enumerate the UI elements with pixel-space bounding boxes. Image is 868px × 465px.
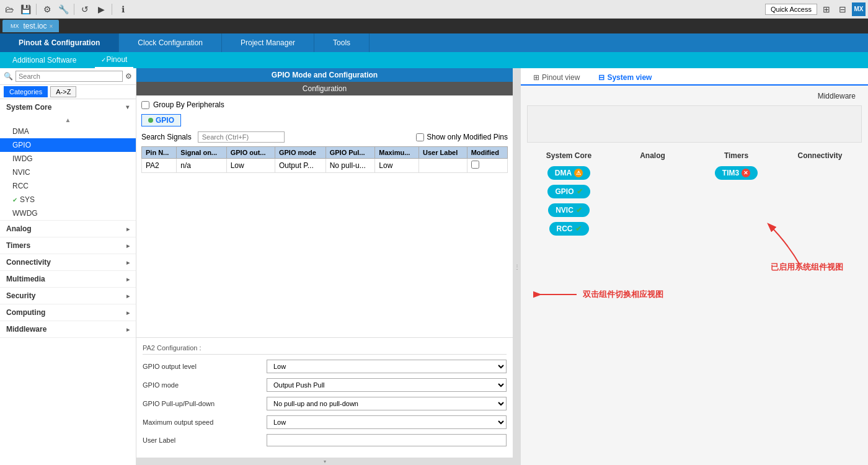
gpio-table: Pin N... Signal on... GPIO out... GPIO m… [141, 146, 508, 173]
toolbar-icon-layout2[interactable]: ⊟ [836, 2, 849, 16]
toolbar-icon-build[interactable]: ▶ [94, 2, 108, 16]
section-header-analog[interactable]: Analog ▸ [0, 221, 136, 237]
expand-arrow-multimedia: ▸ [126, 276, 130, 283]
col-pull[interactable]: GPIO Pul... [326, 147, 375, 159]
section-header-timers[interactable]: Timers ▸ [0, 237, 136, 254]
cat-tab-categories[interactable]: Categories [4, 86, 48, 97]
config-row-pull: GPIO Pull-up/Pull-down No pull-up and no… [143, 397, 507, 410]
quick-access-button[interactable]: Quick Access [765, 4, 817, 15]
toolbar-icon-chip[interactable]: 🔧 [56, 2, 70, 16]
section-header-computing[interactable]: Computing ▸ [0, 304, 136, 321]
badge-gpio[interactable]: GPIO ✔ [547, 185, 590, 198]
col-modified[interactable]: Modified [467, 147, 507, 159]
section-header-security[interactable]: Security ▸ [0, 288, 136, 304]
toolbar-icon-settings[interactable]: ⚙ [40, 2, 54, 16]
settings-icon[interactable]: ⚙ [125, 72, 132, 81]
cell-max: Low [375, 159, 419, 173]
sub-tab-bar: Additional Software ✓ Pinout [0, 52, 868, 68]
pa2-config: PA2 Configuration : GPIO output level Lo… [136, 337, 513, 458]
show-modified-checkbox[interactable] [416, 133, 424, 141]
sidebar-item-sys[interactable]: ✔ SYS [0, 193, 136, 206]
tab-pinout[interactable]: Pinout & Configuration [0, 33, 119, 52]
toolbar-icon-new[interactable]: 🗁 [2, 2, 16, 16]
col-pin[interactable]: Pin N... [142, 147, 177, 159]
tab-pinout-view[interactable]: ⊞ Pinout view [527, 71, 586, 84]
pinout-check-icon: ✓ [101, 56, 106, 63]
tab-close-icon[interactable]: × [50, 23, 53, 30]
toolbar-icon-save[interactable]: 💾 [19, 2, 32, 16]
section-connectivity: Connectivity ▸ [0, 254, 136, 271]
sidebar-item-dma[interactable]: DMA [0, 125, 136, 138]
toolbar-icon-mx[interactable]: MX [852, 2, 866, 16]
section-header-multimedia[interactable]: Multimedia ▸ [0, 271, 136, 287]
sub-tab-pinout[interactable]: ✓ Pinout [95, 52, 133, 68]
badge-tim3[interactable]: TIM3 ✕ [715, 166, 758, 180]
output-level-select[interactable]: Low High [267, 360, 507, 373]
main-tabs: Pinout & Configuration Clock Configurati… [0, 33, 868, 52]
output-level-label: GPIO output level [143, 363, 267, 370]
scroll-bottom[interactable]: ▾ [136, 458, 513, 465]
show-modified-row: Show only Modified Pins [416, 133, 508, 141]
pull-wrapper: No pull-up and no pull-down Pull-up Pull… [267, 397, 507, 410]
analog-col-header: Analog [640, 151, 665, 160]
search-input[interactable] [16, 71, 123, 82]
tab-project[interactable]: Project Manager [222, 33, 314, 52]
section-timers: Timers ▸ [0, 237, 136, 254]
user-label-input[interactable] [267, 434, 507, 446]
col-mode[interactable]: GPIO mode [275, 147, 326, 159]
sub-tab-additional[interactable]: Additional Software [6, 52, 82, 68]
toolbar-sep-1 [36, 4, 37, 15]
table-row[interactable]: PA2 n/a Low Output P... No pull-u... Low [142, 159, 508, 173]
sidebar-item-gpio[interactable]: GPIO [0, 138, 136, 152]
badge-rcc[interactable]: RCC ✔ [549, 222, 589, 236]
group-by-label: Group By Peripherals [153, 100, 224, 109]
pull-select[interactable]: No pull-up and no pull-down Pull-up Pull… [267, 397, 507, 410]
toolbar-icon-layout1[interactable]: ⊞ [820, 2, 833, 16]
speed-label: Maximum output speed [143, 418, 267, 426]
sidebar-item-rcc[interactable]: RCC [0, 179, 136, 193]
config-row-speed: Maximum output speed Low Medium High [143, 415, 507, 429]
tim3-label: TIM3 [722, 169, 739, 177]
badge-dma[interactable]: DMA ⚠ [547, 166, 590, 180]
nvic-ok-icon: ✔ [576, 206, 582, 215]
search-signals-input[interactable] [198, 131, 285, 143]
section-multimedia: Multimedia ▸ [0, 271, 136, 288]
dma-warn-icon: ⚠ [574, 169, 583, 177]
toolbar-sep-3 [112, 4, 112, 15]
toolbar-icon-info[interactable]: ℹ [116, 2, 130, 16]
file-tab[interactable]: MX test.ioc × [2, 20, 59, 32]
cat-tab-az[interactable]: A->Z [50, 86, 76, 97]
section-header-middleware[interactable]: Middleware ▸ [0, 321, 136, 337]
col-label[interactable]: User Label [419, 147, 467, 159]
group-by-checkbox[interactable] [141, 101, 149, 109]
nvic-label: NVIC [556, 206, 574, 215]
tab-tools[interactable]: Tools [314, 33, 370, 52]
badge-nvic[interactable]: NVIC ✔ [548, 203, 590, 217]
toolbar-icon-refresh[interactable]: ↺ [78, 2, 92, 16]
tab-clock[interactable]: Clock Configuration [119, 33, 222, 52]
sidebar-item-nvic[interactable]: NVIC [0, 166, 136, 179]
speed-select[interactable]: Low Medium High [267, 415, 507, 429]
gpio-label: GPIO [555, 187, 574, 196]
section-header-system-core[interactable]: System Core ▸ [0, 99, 136, 115]
expand-arrow-security: ▸ [126, 293, 130, 299]
cell-pull: No pull-u... [326, 159, 375, 173]
config-row-mode: GPIO mode Output Push Pull Output Open D… [143, 378, 507, 392]
section-computing: Computing ▸ [0, 304, 136, 321]
view-tabs: ⊞ Pinout view ⊟ System view [521, 68, 868, 86]
divider-handle[interactable]: ⋮ [513, 68, 521, 465]
sidebar-item-iwdg[interactable]: IWDG [0, 152, 136, 166]
cell-modified [467, 159, 507, 173]
modified-checkbox[interactable] [471, 161, 479, 169]
content-area: 🔍 ⚙ Categories A->Z System Core ▸ ▲ DMA … [0, 68, 868, 465]
col-output[interactable]: GPIO out... [226, 147, 275, 159]
section-header-connectivity[interactable]: Connectivity ▸ [0, 254, 136, 270]
col-max[interactable]: Maximu... [375, 147, 419, 159]
mode-select[interactable]: Output Push Pull Output Open Drain [267, 378, 507, 392]
tab-system-view[interactable]: ⊟ System view [592, 71, 658, 86]
dma-label: DMA [555, 169, 572, 177]
col-signal[interactable]: Signal on... [177, 147, 226, 159]
sidebar-item-wwdg[interactable]: WWDG [0, 206, 136, 220]
gpio-tab[interactable]: GPIO [141, 114, 181, 126]
tab-label: test.ioc [24, 22, 47, 30]
